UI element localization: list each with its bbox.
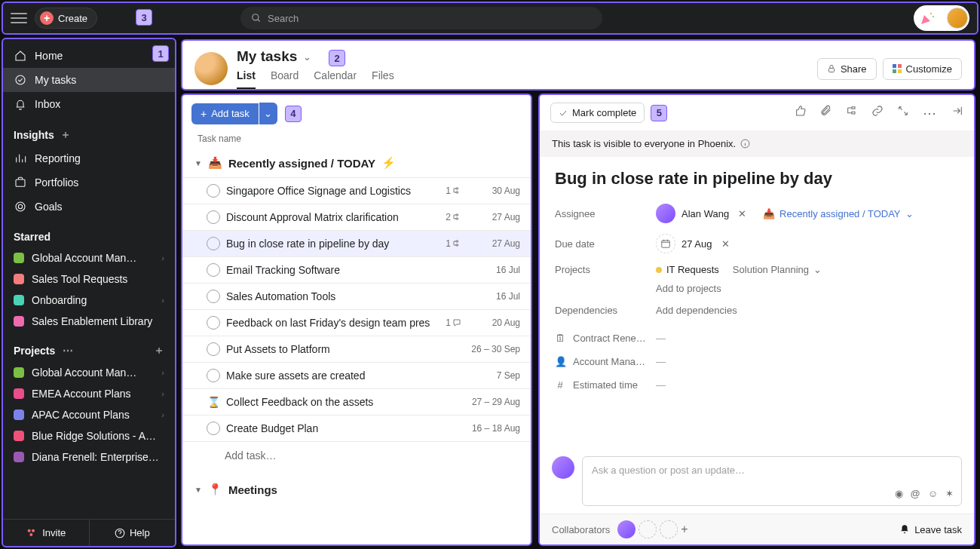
tab-board[interactable]: Board (271, 69, 299, 89)
task-row[interactable]: Singapore Office Signage and Logistics 1… (182, 177, 531, 204)
task-row[interactable]: Discount Approval Matrix clarification 2… (182, 204, 531, 230)
like-icon[interactable] (795, 105, 807, 121)
star-icon[interactable]: ✶ (945, 488, 954, 499)
collaborator-avatar[interactable] (617, 520, 635, 538)
custom-field-row[interactable]: 🗓 Contract Renew… — (555, 330, 959, 347)
project-item[interactable]: Diana Frenell: Enterprise… (3, 446, 175, 468)
complete-checkbox[interactable] (207, 184, 220, 198)
assignee-chip[interactable]: Alan Wang ✕ (656, 204, 746, 223)
task-row[interactable]: Put Assets to Platform 26 – 30 Sep (182, 336, 531, 362)
starred-project-item[interactable]: Global Account Man… › (3, 247, 175, 268)
close-panel-icon[interactable] (951, 105, 963, 121)
hamburger-menu[interactable] (11, 10, 27, 26)
task-row[interactable]: Feedback on last Friday's design team pr… (182, 309, 531, 336)
leave-task-button[interactable]: Leave task (899, 524, 962, 535)
assignee-name: Alan Wang (681, 208, 729, 219)
mark-complete-button[interactable]: Mark complete (550, 103, 645, 123)
custom-field-icon: # (555, 379, 565, 391)
help-button[interactable]: Help (89, 520, 176, 546)
collaborator-avatars[interactable]: + (617, 520, 688, 538)
sidebar-item-portfolios[interactable]: Portfolios (3, 170, 175, 195)
section-selector[interactable]: 📥 Recently assigned / TODAY ⌄ (763, 208, 913, 219)
complete-checkbox[interactable] (207, 316, 220, 330)
tab-calendar[interactable]: Calendar (314, 69, 357, 89)
add-task-inline[interactable]: Add task… (182, 441, 531, 469)
task-row[interactable]: Bug in close rate in pipeline by day 1 2… (182, 230, 531, 256)
project-item[interactable]: APAC Account Plans › (3, 404, 175, 425)
emoji-icon[interactable]: ☺ (928, 488, 938, 499)
task-detail-title[interactable]: Bug in close rate in pipeline by day (555, 169, 959, 189)
clear-date-icon[interactable]: ✕ (721, 238, 730, 250)
more-icon[interactable]: ⋯ (923, 105, 938, 121)
add-collaborator-placeholder[interactable] (660, 520, 678, 538)
task-row[interactable]: Email Tracking Software 16 Jul (182, 256, 531, 283)
complete-checkbox[interactable] (207, 369, 220, 382)
custom-field-row[interactable]: # Estimated time — (555, 376, 959, 394)
add-task-dropdown[interactable]: ⌄ (259, 103, 277, 124)
starred-project-item[interactable]: Sales Enablement Library (3, 311, 175, 332)
complete-checkbox[interactable] (207, 210, 220, 224)
task-row[interactable]: Sales Automation Tools 16 Jul (182, 283, 531, 309)
complete-checkbox[interactable] (207, 237, 220, 250)
page-avatar[interactable] (194, 52, 228, 85)
link-icon[interactable] (871, 105, 884, 121)
info-icon[interactable] (740, 139, 750, 149)
portfolios-label: Portfolios (35, 176, 78, 189)
add-task-button[interactable]: + Add task (191, 103, 259, 124)
clear-assignee-icon[interactable]: ✕ (738, 208, 746, 219)
project-item[interactable]: Global Account Man… › (3, 362, 175, 383)
sidebar-item-home[interactable]: Home (3, 44, 175, 68)
assignee-avatar (656, 204, 675, 223)
chevron-down-icon[interactable]: ⌄ (303, 51, 311, 63)
tab-list[interactable]: List (237, 69, 256, 89)
attachment-icon[interactable] (820, 105, 832, 121)
add-project-icon[interactable]: ＋ (154, 344, 164, 357)
create-button[interactable]: + Create (35, 8, 97, 29)
project-tag-1[interactable]: IT Requests (656, 264, 719, 275)
starred-project-item[interactable]: Sales Tool Requests (3, 268, 175, 290)
ellipsis-icon[interactable]: ⋯ (63, 345, 73, 357)
project-item[interactable]: Blue Ridge Solutions - A… (3, 425, 175, 446)
project-item[interactable]: EMEA Account Plans › (3, 383, 175, 404)
starred-project-item[interactable]: Onboarding › (3, 290, 175, 311)
complete-checkbox[interactable] (207, 290, 220, 303)
customize-button[interactable]: Customize (883, 58, 962, 80)
mention-icon[interactable]: @ (911, 488, 920, 499)
sidebar-section-insights[interactable]: Insights ＋ (3, 116, 175, 146)
svg-rect-16 (898, 69, 902, 73)
complete-checkbox[interactable] (207, 263, 220, 277)
complete-checkbox[interactable] (207, 342, 220, 356)
visibility-banner: This task is visible to everyone in Phoe… (540, 130, 974, 157)
section-recently-assigned[interactable]: ▼ 📥 Recently assigned / TODAY ⚡ (182, 149, 531, 177)
project-tag-2[interactable]: Solution Planning ⌄ (733, 264, 822, 275)
task-row[interactable]: Make sure assets are created 7 Sep (182, 362, 531, 388)
invite-button[interactable]: Invite (3, 520, 89, 546)
complete-checkbox[interactable] (207, 422, 220, 435)
subtask-count: 1 (446, 186, 461, 196)
share-button[interactable]: Share (817, 58, 877, 80)
search-input[interactable]: Search (240, 7, 602, 29)
tutorial-marker-5: 5 (651, 105, 667, 121)
subtask-icon[interactable] (846, 105, 858, 121)
add-dependencies-link[interactable]: Add dependencies (656, 305, 737, 316)
sidebar-section-starred[interactable]: Starred (3, 219, 175, 247)
sidebar-item-inbox[interactable]: Inbox (3, 92, 175, 116)
comment-input[interactable]: Ask a question or post an update… ◉ @ ☺ … (582, 456, 962, 506)
tab-files[interactable]: Files (372, 69, 394, 89)
add-collaborator-icon[interactable]: + (681, 523, 688, 536)
section-meetings[interactable]: ▼ 📍 Meetings (182, 475, 531, 504)
task-row[interactable]: ⌛ Collect Feedback on the assets 27 – 29… (182, 388, 531, 415)
duedate-chip[interactable]: 27 Aug ✕ (656, 234, 730, 253)
sidebar-item-goals[interactable]: Goals (3, 195, 175, 219)
custom-field-row[interactable]: 👤 Account Manager — (555, 353, 959, 370)
add-collaborator-placeholder[interactable] (639, 520, 657, 538)
add-icon[interactable]: ＋ (60, 128, 71, 142)
sidebar-item-mytasks[interactable]: My tasks (3, 68, 175, 92)
record-icon[interactable]: ◉ (895, 488, 903, 499)
user-menu[interactable] (914, 5, 969, 31)
sidebar-item-reporting[interactable]: Reporting (3, 146, 175, 170)
task-row[interactable]: Create Budget Plan 16 – 18 Aug (182, 415, 531, 441)
sidebar-section-projects[interactable]: Projects ⋯ ＋ (3, 332, 175, 362)
add-to-projects-link[interactable]: Add to projects (656, 283, 822, 294)
fullscreen-icon[interactable] (897, 105, 909, 121)
